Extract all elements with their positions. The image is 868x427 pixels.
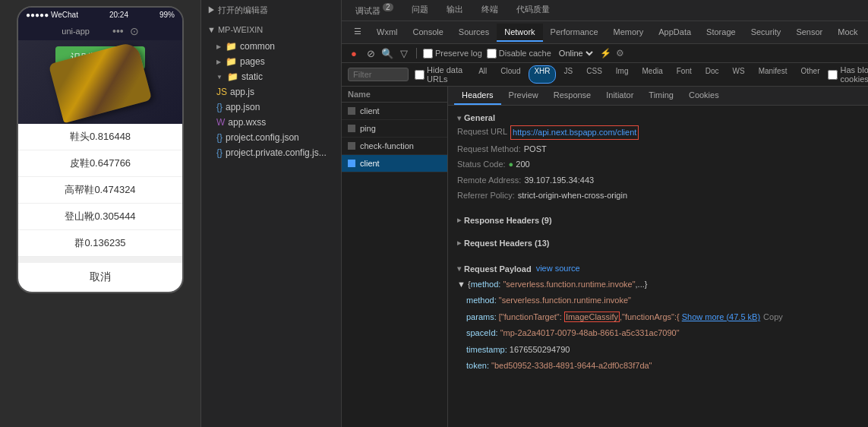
filter-button[interactable]: ▽ — [398, 47, 410, 59]
mobile-title-bar: uni-app ••• ⊙ — [18, 22, 182, 40]
status-time: 20:24 — [109, 11, 128, 19]
status-code-value: ● 200 — [509, 158, 530, 171]
file-tree-root[interactable]: ▼ MP-WEIXIN — [201, 21, 341, 39]
filter-img[interactable]: Img — [611, 65, 634, 84]
status-code-row: Status Code: ● 200 — [457, 157, 868, 172]
filter-all[interactable]: All — [473, 65, 492, 84]
devtools-top-tabs: 调试器 2 问题 输出 终端 代码质量 — [342, 0, 868, 21]
tab-sensor[interactable]: Sensor — [788, 24, 830, 42]
tab-appdata[interactable]: AppData — [651, 24, 699, 42]
wxss-file-icon: W — [216, 117, 225, 128]
tab-audits[interactable]: Audits — [866, 24, 868, 42]
tab-console[interactable]: Console — [406, 24, 451, 42]
filter-manifest[interactable]: Manifest — [753, 65, 793, 84]
tab-terminal[interactable]: 终端 — [474, 1, 506, 20]
tab-quality[interactable]: 代码质量 — [509, 1, 557, 20]
folder-name: pages — [240, 56, 265, 67]
disable-cache-checkbox[interactable] — [487, 49, 497, 59]
tab-wxml[interactable]: Wxml — [369, 24, 406, 42]
req-icon — [348, 142, 355, 150]
file-tree-appjson[interactable]: {} app.json — [201, 100, 341, 115]
detail-tab-headers[interactable]: Headers — [454, 87, 501, 105]
payload-value: 1676550294790 — [510, 345, 570, 354]
tab-sources[interactable]: Sources — [451, 24, 497, 42]
tab-debugger[interactable]: 调试器 2 — [348, 0, 401, 21]
tab-mock[interactable]: Mock — [830, 24, 865, 42]
request-url-value[interactable]: https://api.next.bspapp.com/client — [510, 125, 639, 140]
detail-tab-preview[interactable]: Preview — [501, 87, 546, 105]
filter-js[interactable]: JS — [559, 65, 579, 84]
tab-output[interactable]: 输出 — [439, 1, 471, 20]
filter-xhr[interactable]: XHR — [529, 65, 555, 84]
detail-panel: Headers Preview Response Initiator Timin… — [448, 87, 868, 427]
payload-section-title[interactable]: Request Payload — [457, 261, 532, 275]
mobile-status-bar: ●●●●● WeChat 20:24 99% — [18, 8, 182, 22]
online-select[interactable]: Online — [556, 48, 595, 59]
blocked-cookies-label[interactable]: Has blocked cookies — [828, 65, 868, 84]
general-section-title[interactable]: General — [457, 110, 868, 124]
file-tree-open-folder[interactable]: ▶ 打开的编辑器 — [201, 0, 341, 21]
request-headers-title[interactable]: Request Headers (13) — [457, 236, 868, 249]
dot-icon: ••• — [112, 25, 124, 37]
request-method-label: Request Method: — [457, 143, 521, 156]
payload-key: method: — [466, 296, 499, 305]
preserve-log-checkbox[interactable] — [423, 49, 433, 59]
tab-memory[interactable]: Memory — [606, 24, 652, 42]
payload-highlighted: ImageClassify — [564, 312, 620, 322]
result-item: 鞋头0.816448 — [18, 124, 182, 150]
tab-storage[interactable]: Storage — [699, 24, 743, 42]
filter-other[interactable]: Other — [795, 65, 825, 84]
detail-tab-response[interactable]: Response — [546, 87, 599, 105]
filter-css[interactable]: CSS — [581, 65, 608, 84]
hide-data-urls-checkbox[interactable] — [415, 70, 425, 80]
req-icon — [348, 107, 355, 115]
cancel-button[interactable]: 取消 — [18, 257, 182, 292]
js-file-icon: JS — [216, 87, 227, 97]
search-button[interactable]: 🔍 — [381, 47, 393, 59]
triangle-icon: ▶ — [216, 43, 221, 50]
copy-link[interactable]: Copy — [763, 312, 783, 321]
folder-name: common — [240, 41, 275, 52]
clear-button[interactable]: ⊘ — [365, 47, 377, 59]
config-file-icon: {} — [216, 147, 223, 158]
filter-input[interactable] — [348, 68, 409, 81]
blocked-cookies-checkbox[interactable] — [828, 70, 838, 80]
filter-cloud[interactable]: Cloud — [495, 65, 526, 84]
req-name: client — [360, 159, 380, 168]
detail-tab-cookies[interactable]: Cookies — [681, 87, 727, 105]
preserve-log-label[interactable]: Preserve log — [423, 49, 482, 59]
detail-tab-timing[interactable]: Timing — [641, 87, 681, 105]
request-item-client1[interactable]: client — [342, 103, 447, 120]
file-tree-projectconfig[interactable]: {} project.config.json — [201, 130, 341, 145]
tab-performance[interactable]: Performance — [543, 24, 606, 42]
tab-menu[interactable]: ☰ — [346, 23, 369, 42]
disable-cache-label[interactable]: Disable cache — [487, 49, 551, 59]
tab-network[interactable]: Network — [497, 24, 542, 42]
file-tree-appwxss[interactable]: W app.wxss — [201, 115, 341, 130]
hide-data-urls-label[interactable]: Hide data URLs — [415, 65, 470, 84]
tab-issues[interactable]: 问题 — [404, 1, 436, 20]
show-more-link[interactable]: Show more (47.5 kB) — [682, 312, 760, 321]
file-tree-common[interactable]: ▶ 📁 common — [201, 39, 341, 54]
filter-doc[interactable]: Doc — [700, 65, 724, 84]
response-headers-section: Response Headers (9) — [448, 208, 868, 231]
file-tree-appjs[interactable]: JS app.js — [201, 84, 341, 100]
folder-icon: 📁 — [226, 41, 237, 52]
filter-font[interactable]: Font — [671, 65, 697, 84]
filter-media[interactable]: Media — [636, 65, 668, 84]
file-tree-projectprivate[interactable]: {} project.private.config.js... — [201, 145, 341, 160]
tab-security[interactable]: Security — [743, 24, 789, 42]
request-item-client2[interactable]: client — [342, 155, 447, 172]
view-source-link[interactable]: view source — [536, 264, 580, 273]
file-tree-pages[interactable]: ▶ 📁 pages — [201, 54, 341, 69]
record-button[interactable]: ● — [348, 47, 360, 59]
request-item-ping[interactable]: ping — [342, 120, 447, 138]
detail-tab-initiator[interactable]: Initiator — [598, 87, 641, 105]
filter-ws[interactable]: WS — [728, 65, 750, 84]
file-tree-static[interactable]: ▼ 📁 static — [201, 69, 341, 84]
request-item-checkfunction[interactable]: check-function — [342, 138, 447, 155]
response-headers-title[interactable]: Response Headers (9) — [457, 213, 868, 226]
devtools-main-tabs: ☰ Wxml Console Sources Network Performan… — [342, 21, 868, 44]
result-item: 登山靴0.305444 — [18, 204, 182, 230]
circle-icon: ⊙ — [130, 25, 139, 37]
